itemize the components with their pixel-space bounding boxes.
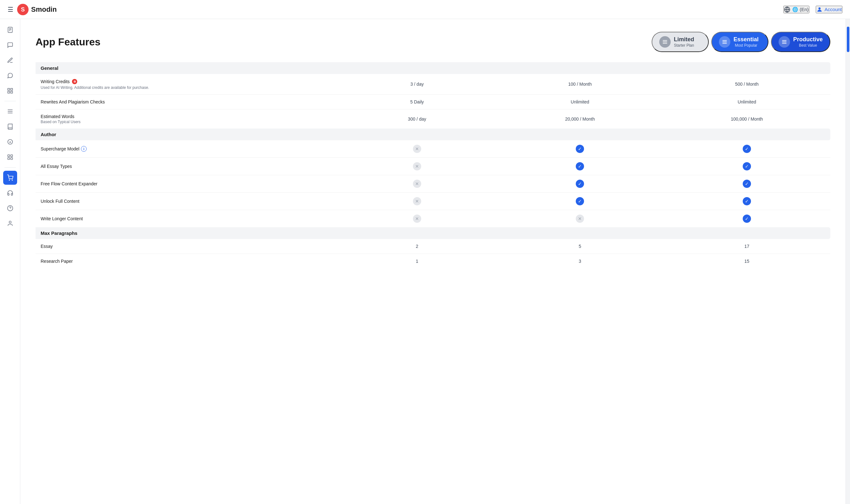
svg-point-22	[9, 180, 10, 181]
support-icon	[7, 190, 13, 196]
scrollbar-thumb[interactable]	[847, 26, 849, 52]
feature-cell-freeflow: Free Flow Content Expander	[36, 175, 338, 193]
table-row: Research Paper 1 3 15	[36, 254, 830, 269]
supercharge-info-icon[interactable]: i	[81, 146, 87, 152]
table-row: Estimated Words Based on Typical Users 3…	[36, 109, 830, 129]
feature-value-essential-research: 3	[496, 254, 663, 269]
apps-icon	[7, 154, 13, 160]
feature-name-freeflow: Free Flow Content Expander	[41, 181, 97, 186]
topnav-left: ☰ S Smodin	[7, 4, 57, 15]
feature-name-rewrites: Rewrites And Plagiarism Checks	[41, 100, 105, 104]
section-max-paragraphs: Max Paragraphs Essay 2 5 17 Research Pap…	[36, 227, 830, 269]
check-icon: ✓	[576, 180, 584, 188]
sidebar-item-list[interactable]	[3, 104, 17, 119]
sidebar-item-support[interactable]	[3, 186, 17, 200]
plan-tab-essential[interactable]: Essential Most Popular	[711, 32, 768, 52]
svg-text:A: A	[9, 141, 11, 144]
lang-label: 🌐 (En)	[792, 7, 809, 12]
section-label-author: Author	[36, 128, 830, 140]
svg-rect-18	[7, 155, 10, 157]
table-row: Writing Credits ⚙ Used for AI Writing. A	[36, 74, 830, 94]
feature-value-essential-rewrites: Unlimited	[496, 94, 663, 109]
plan-tab-limited-icon	[659, 36, 671, 48]
svg-point-4	[818, 7, 820, 10]
svg-text:S: S	[21, 6, 25, 13]
feature-value-limited-research: 1	[338, 254, 497, 269]
feature-value-essential-essay-types: ✓	[496, 158, 663, 175]
check-icon: ✓	[576, 197, 584, 205]
topnav-right: 🌐 (En) Account	[783, 6, 843, 13]
feature-cell-essay-types: All Essay Types	[36, 158, 338, 175]
section-general: General Writing Credits ⚙	[36, 62, 830, 128]
sidebar-item-chat[interactable]	[3, 38, 17, 52]
section-header-general: General	[36, 62, 830, 74]
feature-cell-supercharge: Supercharge Model i	[36, 140, 338, 158]
sidebar-item-books[interactable]	[3, 120, 17, 133]
section-header-author: Author	[36, 128, 830, 140]
credits-icon: ⚙	[71, 78, 78, 85]
sidebar-item-apps[interactable]	[3, 150, 17, 164]
feature-value-essential-words: 20,000 / Month	[496, 109, 663, 129]
menu-icon[interactable]: ☰	[7, 6, 13, 13]
sidebar-divider-1	[4, 101, 16, 101]
scrollbar-area	[846, 19, 850, 504]
books-icon	[7, 124, 13, 130]
features-table: General Writing Credits ⚙	[36, 62, 830, 269]
logo-text: Smodin	[31, 5, 57, 14]
feature-value-productive-unlock: ✓	[663, 193, 830, 210]
plan-tab-limited[interactable]: Limited Starter Plan	[652, 32, 709, 52]
plan-tab-essential-icon	[719, 36, 730, 48]
language-button[interactable]: 🌐 (En)	[783, 6, 809, 13]
sidebar-item-checklist[interactable]	[3, 84, 17, 98]
sidebar-item-document[interactable]	[3, 23, 17, 37]
smodin-logo-icon: S	[17, 4, 29, 15]
feature-value-productive-essay: 17	[663, 239, 830, 254]
feature-value-limited-words: 300 / day	[338, 109, 497, 129]
checklist-icon	[7, 88, 13, 94]
feature-name-supercharge: Supercharge Model	[41, 146, 79, 151]
section-header-max-paragraphs: Max Paragraphs	[36, 227, 830, 239]
svg-rect-10	[11, 89, 12, 90]
translate-icon	[784, 6, 790, 13]
sidebar-item-grade[interactable]: A	[3, 135, 17, 149]
feature-name-essay: Essay	[41, 244, 53, 249]
svg-point-23	[12, 180, 12, 181]
check-icon: ✓	[743, 162, 751, 170]
check-icon: ✓	[576, 162, 584, 170]
feature-name-estimated-words: Estimated Words	[41, 114, 333, 119]
edit-icon	[7, 57, 13, 64]
message-icon	[7, 72, 13, 79]
account-button[interactable]: Account	[816, 6, 843, 13]
feature-desc-estimated-words: Based on Typical Users	[41, 120, 333, 124]
feature-value-productive-longer: ✓	[663, 210, 830, 228]
check-icon: ✓	[743, 215, 751, 223]
table-row: Rewrites And Plagiarism Checks 5 Daily U…	[36, 94, 830, 109]
account-label: Account	[825, 7, 842, 12]
plan-tab-productive[interactable]: Productive Best Value	[771, 32, 830, 52]
plan-tab-limited-name: Limited	[674, 36, 694, 43]
feature-value-productive-writing-credits: 500 / Month	[663, 74, 830, 94]
table-row: Write Longer Content ✕ ✕ ✓	[36, 210, 830, 228]
page-header: App Features Limited Starter Plan	[36, 32, 830, 52]
x-icon: ✕	[413, 162, 421, 170]
sidebar-item-edit[interactable]	[3, 53, 17, 67]
plan-tab-productive-sub: Best Value	[793, 43, 823, 48]
section-author: Author Supercharge Model i ✕ ✓	[36, 128, 830, 227]
sidebar-item-message[interactable]	[3, 69, 17, 83]
feature-cell-essay: Essay	[36, 239, 338, 254]
table-row: Supercharge Model i ✕ ✓ ✓	[36, 140, 830, 158]
svg-rect-9	[7, 89, 10, 90]
person-icon	[7, 220, 13, 227]
feature-name-unlock: Unlock Full Content	[41, 199, 79, 204]
sidebar-item-person[interactable]	[3, 216, 17, 230]
section-label-general: General	[36, 62, 830, 74]
feature-value-productive-words: 100,000 / Month	[663, 109, 830, 129]
feature-value-productive-supercharge: ✓	[663, 140, 830, 158]
x-icon: ✕	[413, 197, 421, 205]
sidebar-item-help[interactable]	[3, 201, 17, 215]
feature-cell-writing-credits: Writing Credits ⚙ Used for AI Writing. A	[36, 74, 338, 94]
feature-value-productive-essay-types: ✓	[663, 158, 830, 175]
sidebar-item-cart[interactable]	[3, 171, 17, 185]
feature-cell-estimated-words: Estimated Words Based on Typical Users	[36, 109, 338, 129]
feature-cell-unlock: Unlock Full Content	[36, 193, 338, 210]
